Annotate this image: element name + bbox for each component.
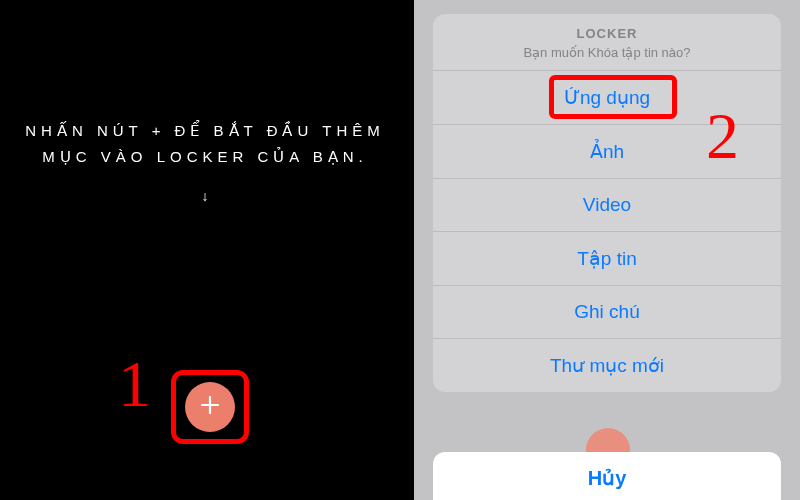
- option-video[interactable]: Video: [433, 178, 781, 231]
- intro-line-2: mục vào Locker của bạn.: [14, 144, 396, 170]
- annotation-step-2: 2: [706, 98, 739, 174]
- action-sheet-title: LOCKER: [443, 26, 771, 41]
- step-1-screen: Nhấn nút + để bắt đầu thêm mục vào Locke…: [0, 0, 410, 500]
- step-2-screen: LOCKER Bạn muốn Khóa tập tin nào? Ứng dụ…: [410, 0, 800, 500]
- cancel-button[interactable]: Hủy: [588, 467, 627, 489]
- add-button[interactable]: [185, 382, 235, 432]
- action-sheet: LOCKER Bạn muốn Khóa tập tin nào? Ứng dụ…: [433, 14, 781, 392]
- annotation-step-1: 1: [118, 346, 151, 422]
- option-note[interactable]: Ghi chú: [433, 285, 781, 338]
- down-arrow-icon: ↓: [0, 188, 410, 204]
- empty-state-instruction: Nhấn nút + để bắt đầu thêm mục vào Locke…: [0, 118, 410, 170]
- action-sheet-cancel-row[interactable]: Hủy: [433, 452, 781, 500]
- intro-line-1: Nhấn nút + để bắt đầu thêm: [14, 118, 396, 144]
- action-sheet-header: LOCKER Bạn muốn Khóa tập tin nào?: [433, 14, 781, 70]
- annotation-highlight-box-1: [171, 370, 249, 444]
- plus-icon: [201, 396, 219, 418]
- option-file[interactable]: Tập tin: [433, 231, 781, 285]
- option-new-folder[interactable]: Thư mục mới: [433, 338, 781, 392]
- tutorial-two-step-image: Nhấn nút + để bắt đầu thêm mục vào Locke…: [0, 0, 800, 500]
- action-sheet-subtitle: Bạn muốn Khóa tập tin nào?: [443, 45, 771, 60]
